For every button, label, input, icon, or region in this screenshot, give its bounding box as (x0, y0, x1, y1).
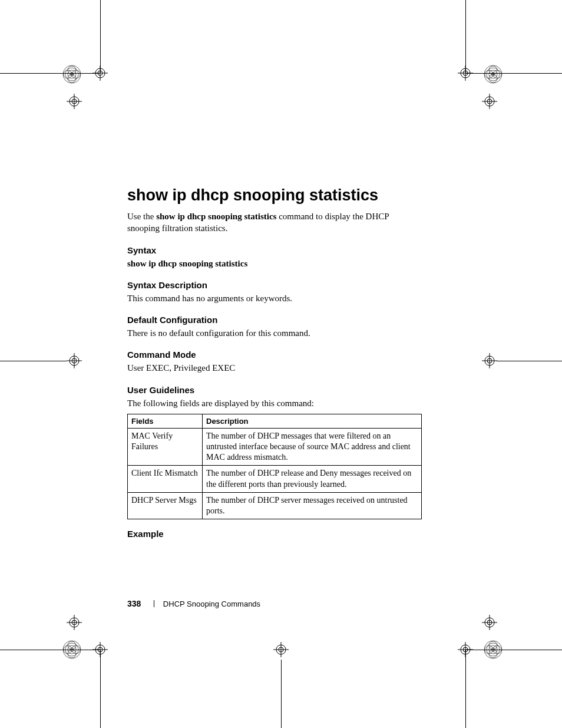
table-cell-description: The number of DHCP messages that were fi… (203, 428, 422, 466)
heading-example: Example (127, 529, 422, 539)
rosette-icon (62, 640, 82, 660)
registration-mark-icon (458, 65, 473, 81)
table-header-description: Description (203, 414, 422, 428)
crop-line (465, 0, 466, 73)
crop-line (465, 650, 562, 650)
crop-line (0, 650, 100, 650)
registration-mark-icon (273, 642, 289, 657)
crop-line (100, 0, 101, 73)
table-row: MAC Verify Failures The number of DHCP m… (128, 428, 422, 466)
crop-line (281, 660, 282, 728)
registration-mark-icon (67, 94, 82, 109)
page: show ip dhcp snooping statistics Use the… (0, 0, 562, 728)
registration-mark-icon (482, 615, 497, 630)
crop-line (497, 361, 562, 361)
page-number: 338 (127, 599, 141, 608)
syntax-body: show ip dhcp snooping statistics (127, 258, 422, 269)
table-row: Client Ifc Mismatch The number of DHCP r… (128, 466, 422, 492)
fields-table: Fields Description MAC Verify Failures T… (127, 414, 422, 519)
table-header-fields: Fields (128, 414, 203, 428)
command-title: show ip dhcp snooping statistics (127, 186, 422, 205)
intro-paragraph: Use the show ip dhcp snooping statistics… (127, 210, 422, 235)
command-mode-body: User EXEC, Privileged EXEC (127, 362, 422, 374)
registration-mark-icon (482, 353, 497, 368)
intro-prefix: Use the (127, 212, 156, 221)
rosette-icon (62, 64, 82, 84)
default-configuration-body: There is no default configuration for th… (127, 327, 422, 339)
intro-command-name: show ip dhcp snooping statistics (156, 212, 276, 221)
content-area: show ip dhcp snooping statistics Use the… (127, 186, 422, 541)
heading-default-configuration: Default Configuration (127, 315, 422, 325)
registration-mark-icon (92, 65, 108, 81)
table-cell-description: The number of DHCP server messages recei… (203, 492, 422, 519)
table-cell-field: DHCP Server Msgs (128, 492, 203, 519)
heading-user-guidelines: User Guidelines (127, 385, 422, 395)
crop-line (0, 73, 100, 74)
table-row: DHCP Server Msgs The number of DHCP serv… (128, 492, 422, 519)
registration-mark-icon (67, 615, 82, 630)
table-cell-field: Client Ifc Mismatch (128, 466, 203, 492)
rosette-icon (483, 640, 503, 660)
footer-divider (154, 600, 154, 607)
crop-line (465, 650, 466, 728)
registration-mark-icon (92, 642, 108, 657)
heading-command-mode: Command Mode (127, 350, 422, 360)
heading-syntax-description: Syntax Description (127, 280, 422, 290)
registration-mark-icon (458, 642, 473, 657)
registration-mark-icon (482, 94, 497, 109)
registration-mark-icon (67, 353, 82, 368)
user-guidelines-body: The following fields are displayed by th… (127, 397, 422, 409)
chapter-title: DHCP Snooping Commands (163, 599, 260, 608)
crop-line (0, 361, 67, 361)
crop-line (100, 650, 101, 728)
crop-line (465, 73, 562, 74)
syntax-description-body: This command has no arguments or keyword… (127, 292, 422, 304)
heading-syntax: Syntax (127, 245, 422, 255)
table-cell-field: MAC Verify Failures (128, 428, 203, 466)
table-cell-description: The number of DHCP release and Deny mess… (203, 466, 422, 492)
table-header-row: Fields Description (128, 414, 422, 428)
rosette-icon (483, 64, 503, 84)
page-footer: 338 DHCP Snooping Commands (127, 599, 260, 609)
